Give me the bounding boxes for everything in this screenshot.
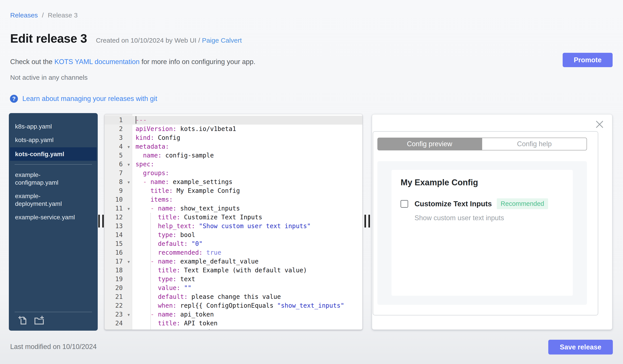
author-link[interactable]: Paige Calvert bbox=[202, 37, 242, 44]
code-line-content[interactable]: spec: bbox=[132, 160, 362, 169]
fold-arrow-icon[interactable]: ▾ bbox=[128, 310, 130, 319]
line-number: 13 bbox=[105, 222, 132, 231]
code-line-content[interactable]: title: API token bbox=[132, 319, 362, 328]
config-item-label: Customize Text Inputs bbox=[415, 200, 492, 208]
tab-config-preview[interactable]: Config preview bbox=[377, 138, 482, 150]
line-number: 24 bbox=[105, 319, 132, 328]
breadcrumb-separator: / bbox=[42, 12, 44, 19]
code-line-7[interactable]: 7 groups: bbox=[105, 169, 362, 178]
line-number: 5 bbox=[105, 151, 132, 160]
resize-handle-right[interactable] bbox=[365, 215, 370, 227]
config-preview-inner: Config preview Config help My Example Co… bbox=[373, 131, 598, 315]
file-item-example-deployment-yaml[interactable]: example-deployment.yaml bbox=[9, 189, 98, 210]
code-line-13[interactable]: 13 help_text: "Show custom user text inp… bbox=[105, 222, 362, 231]
code-line-16[interactable]: 16 recommended: true bbox=[105, 248, 362, 257]
code-line-6[interactable]: 6▾spec: bbox=[105, 160, 362, 169]
code-line-content[interactable]: - name: example_settings bbox=[132, 178, 362, 186]
code-line-19[interactable]: 19 type: text bbox=[105, 275, 362, 283]
code-line-content[interactable]: --- bbox=[132, 116, 362, 124]
code-line-content[interactable]: title: Customize Text Inputs bbox=[132, 213, 362, 222]
code-line-11[interactable]: 11▾ - name: show_text_inputs bbox=[105, 204, 362, 213]
code-line-content[interactable]: recommended: true bbox=[132, 248, 362, 257]
code-line-10[interactable]: 10 items: bbox=[105, 195, 362, 204]
code-line-content[interactable]: - name: show_text_inputs bbox=[132, 204, 362, 213]
code-line-15[interactable]: 15 default: "0" bbox=[105, 240, 362, 248]
line-number: 16 bbox=[105, 248, 132, 257]
code-line-25[interactable]: 25 type: password bbox=[105, 328, 362, 330]
code-line-24[interactable]: 24 title: API token bbox=[105, 319, 362, 328]
workbench: k8s-app.yamlkots-app.yamlkots-config.yam… bbox=[9, 113, 612, 330]
code-line-content[interactable]: value: "" bbox=[132, 283, 362, 292]
breadcrumb-current: Release 3 bbox=[48, 12, 78, 19]
code-line-content[interactable]: name: config-sample bbox=[132, 151, 362, 160]
code-line-18[interactable]: 18 title: Text Example (with default val… bbox=[105, 266, 362, 275]
code-line-content[interactable]: type: password bbox=[132, 328, 362, 330]
code-line-22[interactable]: 22 when: repl{{ ConfigOptionEquals "show… bbox=[105, 301, 362, 310]
fold-arrow-icon[interactable]: ▾ bbox=[128, 178, 130, 187]
code-line-20[interactable]: 20 value: "" bbox=[105, 283, 362, 292]
docs-line: Check out the KOTS YAML documentation fo… bbox=[10, 58, 255, 66]
config-item-row: Customize Text Inputs Recommended bbox=[400, 198, 573, 209]
code-line-content[interactable]: default: please change this value bbox=[132, 292, 362, 301]
save-release-button[interactable]: Save release bbox=[548, 340, 613, 355]
code-line-content[interactable]: default: "0" bbox=[132, 240, 362, 248]
code-line-23[interactable]: 23▾ - name: api_token bbox=[105, 310, 362, 319]
question-mark-icon[interactable]: ? bbox=[10, 95, 18, 103]
code-line-content[interactable]: - name: example_default_value bbox=[132, 257, 362, 266]
line-number: 15 bbox=[105, 240, 132, 248]
promote-button[interactable]: Promote bbox=[563, 53, 613, 67]
code-line-content[interactable]: groups: bbox=[132, 169, 362, 178]
file-item-example-service-yaml[interactable]: example-service.yaml bbox=[9, 210, 98, 224]
channel-status: Not active in any channels bbox=[10, 74, 88, 81]
code-line-content[interactable]: title: My Example Config bbox=[132, 186, 362, 195]
file-item-kots-config-yaml[interactable]: kots-config.yaml bbox=[10, 147, 97, 161]
fold-arrow-icon[interactable]: ▾ bbox=[128, 160, 130, 169]
line-number: 11▾ bbox=[105, 204, 132, 213]
code-line-14[interactable]: 14 type: bool bbox=[105, 231, 362, 240]
new-file-icon[interactable] bbox=[18, 315, 28, 327]
fold-arrow-icon[interactable]: ▾ bbox=[128, 204, 130, 213]
code-line-8[interactable]: 8▾ - name: example_settings bbox=[105, 178, 362, 186]
code-line-17[interactable]: 17▾ - name: example_default_value bbox=[105, 257, 362, 266]
line-number: 12 bbox=[105, 213, 132, 222]
line-number: 6▾ bbox=[105, 160, 132, 169]
file-item-kots-app-yaml[interactable]: kots-app.yaml bbox=[9, 133, 98, 147]
preview-tabs: Config preview Config help bbox=[377, 138, 587, 150]
code-line-1[interactable]: 1--- bbox=[105, 116, 362, 124]
code-line-content[interactable]: apiVersion: kots.io/v1beta1 bbox=[132, 124, 362, 133]
git-releases-link[interactable]: Learn about managing your releases with … bbox=[22, 95, 157, 103]
code-line-content[interactable]: metadata: bbox=[132, 142, 362, 151]
code-line-content[interactable]: items: bbox=[132, 195, 362, 204]
code-line-4[interactable]: 4▾metadata: bbox=[105, 142, 362, 151]
kots-yaml-docs-link[interactable]: KOTS YAML documentation bbox=[54, 58, 139, 66]
code-area[interactable]: 1---2apiVersion: kots.io/v1beta13kind: C… bbox=[105, 114, 362, 330]
fold-arrow-icon[interactable]: ▾ bbox=[128, 142, 130, 151]
git-help-row: ? Learn about managing your releases wit… bbox=[10, 95, 157, 103]
code-line-content[interactable]: when: repl{{ ConfigOptionEquals "show_te… bbox=[132, 301, 362, 310]
code-line-content[interactable]: kind: Config bbox=[132, 133, 362, 142]
code-line-content[interactable]: - name: api_token bbox=[132, 310, 362, 319]
customize-text-inputs-checkbox[interactable] bbox=[400, 200, 408, 208]
config-preview-panel: Config preview Config help My Example Co… bbox=[372, 114, 612, 330]
new-folder-icon[interactable] bbox=[34, 315, 45, 327]
tab-config-help[interactable]: Config help bbox=[482, 138, 587, 150]
code-line-content[interactable]: type: bool bbox=[132, 231, 362, 240]
code-line-content[interactable]: help_text: "Show custom user text inputs… bbox=[132, 222, 362, 231]
code-line-content[interactable]: type: text bbox=[132, 275, 362, 283]
line-number: 25 bbox=[105, 328, 132, 330]
code-line-content[interactable]: title: Text Example (with default value) bbox=[132, 266, 362, 275]
code-line-21[interactable]: 21 default: please change this value bbox=[105, 292, 362, 301]
code-line-9[interactable]: 9 title: My Example Config bbox=[105, 186, 362, 195]
breadcrumb-releases-link[interactable]: Releases bbox=[10, 12, 38, 19]
file-item-example-configmap-yaml[interactable]: example-configmap.yaml bbox=[9, 168, 98, 189]
file-item-k8s-app-yaml[interactable]: k8s-app.yaml bbox=[9, 120, 98, 133]
code-line-3[interactable]: 3kind: Config bbox=[105, 133, 362, 142]
code-line-2[interactable]: 2apiVersion: kots.io/v1beta1 bbox=[105, 124, 362, 133]
resize-handle-left[interactable] bbox=[98, 215, 104, 227]
code-line-12[interactable]: 12 title: Customize Text Inputs bbox=[105, 213, 362, 222]
yaml-editor[interactable]: 1---2apiVersion: kots.io/v1beta13kind: C… bbox=[104, 114, 363, 330]
code-line-5[interactable]: 5 name: config-sample bbox=[105, 151, 362, 160]
close-icon[interactable] bbox=[595, 120, 604, 129]
line-number: 17▾ bbox=[105, 257, 132, 266]
fold-arrow-icon[interactable]: ▾ bbox=[128, 257, 130, 266]
